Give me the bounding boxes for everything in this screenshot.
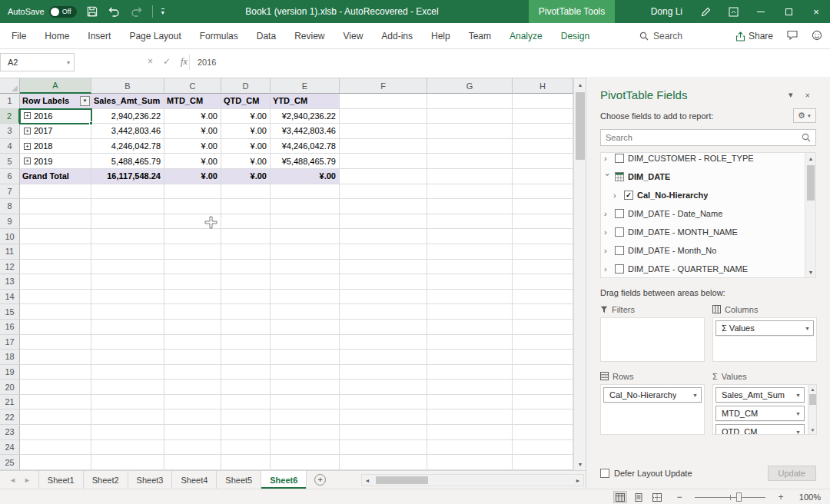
ribbon-tab-help[interactable]: Help — [422, 23, 460, 48]
save-icon[interactable] — [85, 4, 99, 19]
cell-F20[interactable] — [340, 380, 427, 395]
chevron-down-icon[interactable]: ▾ — [67, 59, 74, 66]
cell-G14[interactable] — [427, 290, 513, 305]
field-item-dim-customer-role-type[interactable]: ›DIM_CUSTOMER - ROLE_TYPE — [601, 152, 805, 167]
cell-B2[interactable]: 2,940,236.22 — [91, 109, 164, 124]
cell-E23[interactable] — [271, 425, 340, 440]
cell-E11[interactable] — [271, 244, 340, 260]
cell-A6[interactable]: Grand Total — [20, 169, 91, 184]
cell-G15[interactable] — [427, 304, 513, 320]
field-checkbox[interactable] — [615, 154, 624, 163]
cell-A14[interactable] — [20, 290, 91, 305]
cell-C10[interactable] — [164, 229, 221, 244]
cell-D11[interactable] — [221, 244, 271, 260]
area-chip-cal-no-hierarchy[interactable]: Cal_No-Hierarchy▼ — [603, 387, 702, 403]
comments-button[interactable] — [787, 30, 798, 42]
cell-G6[interactable] — [427, 169, 513, 184]
cell-D2[interactable]: ¥.00 — [221, 109, 271, 124]
cell-G18[interactable] — [427, 350, 513, 365]
cell-E14[interactable] — [271, 290, 340, 305]
cell-D6[interactable]: ¥.00 — [221, 169, 271, 184]
cell-G4[interactable] — [427, 139, 513, 154]
column-header-B[interactable]: B — [91, 78, 164, 94]
cell-B23[interactable] — [91, 425, 164, 440]
cell-F17[interactable] — [340, 335, 427, 350]
cell-E1[interactable]: YTD_CM — [271, 94, 340, 109]
tell-me-search[interactable]: Search — [639, 23, 682, 49]
cell-H17[interactable] — [513, 335, 573, 350]
cell-C21[interactable] — [164, 395, 221, 410]
cell-F24[interactable] — [340, 440, 427, 456]
cell-D4[interactable]: ¥.00 — [221, 139, 271, 154]
cell-E25[interactable] — [271, 455, 340, 470]
field-item-dim-date-month-name[interactable]: ›DIM_DATE - MONTH_NAME — [601, 223, 805, 241]
new-sheet-button[interactable]: + — [314, 474, 326, 486]
values-scrollbar[interactable]: ▲ ▼ — [808, 385, 816, 434]
cell-E12[interactable] — [271, 260, 340, 275]
cell-E5[interactable]: ¥5,488,465.79 — [271, 154, 340, 169]
cell-E9[interactable] — [271, 214, 340, 230]
row-header-2[interactable]: 2 — [0, 109, 20, 124]
cell-E13[interactable] — [271, 274, 340, 290]
cell-F5[interactable] — [340, 154, 427, 169]
cell-C7[interactable] — [164, 184, 221, 200]
cell-C15[interactable] — [164, 304, 221, 320]
cell-B4[interactable]: 4,246,042.78 — [91, 139, 164, 154]
field-item-dim-date-quarter-name[interactable]: ›DIM_DATE - QUARTER_NAME — [601, 260, 805, 278]
cell-A20[interactable] — [20, 380, 91, 395]
expand-button-2017[interactable]: + — [24, 128, 31, 134]
cell-A13[interactable] — [20, 274, 91, 290]
redo-icon[interactable] — [130, 4, 144, 19]
cell-G2[interactable] — [427, 109, 513, 124]
cell-D1[interactable]: QTD_CM — [221, 94, 271, 109]
tools-gear-button[interactable]: ⚙▼ — [793, 108, 816, 123]
row-header-23[interactable]: 23 — [0, 425, 20, 440]
cell-D22[interactable] — [221, 410, 271, 425]
column-header-H[interactable]: H — [513, 78, 573, 94]
cell-C6[interactable]: ¥.00 — [164, 169, 221, 184]
cell-G20[interactable] — [427, 380, 513, 395]
cell-B5[interactable]: 5,488,465.79 — [91, 154, 164, 169]
cell-E2[interactable]: ¥2,940,236.22 — [271, 109, 340, 124]
cell-B20[interactable] — [91, 380, 164, 395]
cell-H21[interactable] — [513, 395, 573, 410]
cell-A11[interactable] — [20, 244, 91, 260]
cell-D5[interactable]: ¥.00 — [221, 154, 271, 169]
cell-D17[interactable] — [221, 335, 271, 350]
cell-F1[interactable] — [340, 94, 427, 109]
cell-H19[interactable] — [513, 365, 573, 380]
field-list-scrollbar[interactable]: ▲ ▼ — [805, 153, 815, 277]
vertical-scrollbar[interactable]: ▲ ▼ — [573, 78, 586, 470]
ribbon-tab-formulas[interactable]: Formulas — [191, 23, 247, 48]
filters-drop-zone[interactable] — [600, 317, 705, 362]
defer-layout-checkbox[interactable] — [600, 469, 609, 478]
cell-E21[interactable] — [271, 395, 340, 410]
cell-H6[interactable] — [513, 169, 573, 184]
row-header-14[interactable]: 14 — [0, 290, 20, 305]
cell-H13[interactable] — [513, 274, 573, 290]
zoom-out-button[interactable]: − — [675, 492, 684, 502]
cell-C20[interactable] — [164, 380, 221, 395]
field-checkbox[interactable] — [615, 209, 624, 218]
row-header-13[interactable]: 13 — [0, 274, 20, 290]
cell-H5[interactable] — [513, 154, 573, 169]
cell-F16[interactable] — [340, 320, 427, 335]
cell-G17[interactable] — [427, 335, 513, 350]
ribbon-tab-design[interactable]: Design — [552, 23, 599, 48]
ribbon-tab-view[interactable]: View — [334, 23, 373, 48]
cell-H14[interactable] — [513, 290, 573, 305]
cell-F2[interactable] — [340, 109, 427, 124]
cell-E22[interactable] — [271, 410, 340, 425]
cell-H1[interactable] — [513, 94, 573, 109]
cell-H22[interactable] — [513, 410, 573, 425]
row-header-20[interactable]: 20 — [0, 380, 20, 395]
cell-C13[interactable] — [164, 274, 221, 290]
zoom-slider[interactable] — [695, 492, 765, 502]
cell-A4[interactable]: +2018 — [20, 139, 91, 154]
expand-button-2019[interactable]: + — [24, 158, 31, 164]
cell-E15[interactable] — [271, 304, 340, 320]
cell-D9[interactable] — [221, 214, 271, 230]
row-header-12[interactable]: 12 — [0, 260, 20, 275]
field-checkbox[interactable]: ✓ — [624, 191, 633, 200]
cell-C11[interactable] — [164, 244, 221, 260]
